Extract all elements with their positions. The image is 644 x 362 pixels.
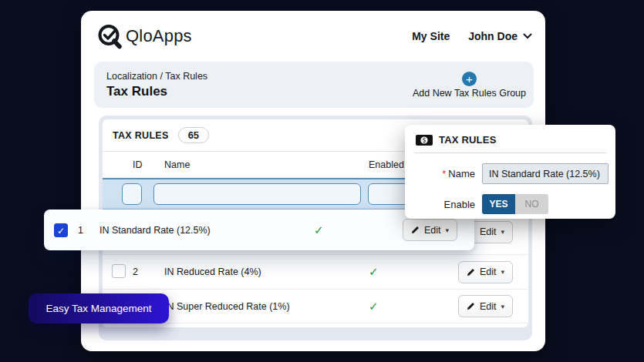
page-background: QloApps My Site John Doe Localization / …	[0, 0, 644, 362]
easy-tax-management-badge: Easy Tax Management	[29, 293, 169, 323]
page-title: Tax Rules	[106, 84, 207, 99]
plus-icon: +	[462, 72, 477, 86]
enabled-check-icon: ✓	[314, 223, 324, 236]
id-filter-input[interactable]	[122, 183, 142, 205]
banknote-icon: $	[416, 135, 433, 146]
breadcrumb: Localization / Tax Rules	[106, 71, 207, 82]
row-name: IN Reduced Rate (4%)	[163, 266, 342, 277]
caret-down-icon: ▾	[501, 228, 504, 236]
panel-title: TAX RULES	[113, 130, 169, 141]
edit-button[interactable]: Edit ▾	[403, 219, 457, 241]
no-button[interactable]: NO	[515, 194, 548, 214]
pencil-icon	[467, 268, 475, 277]
yes-button[interactable]: YES	[482, 194, 515, 214]
row-checkbox[interactable]	[112, 264, 126, 278]
app-header: QloApps My Site John Doe	[81, 11, 545, 62]
pencil-icon	[467, 302, 475, 310]
row-id: 1	[78, 225, 83, 236]
enable-label: Enable	[405, 199, 475, 210]
enabled-check-icon: ✓	[369, 265, 379, 278]
svg-text:$: $	[422, 136, 426, 143]
qloapps-logo-icon	[96, 22, 124, 50]
add-tax-rules-group-button[interactable]: + Add New Tax Rules Group	[413, 72, 526, 99]
my-site-link[interactable]: My Site	[412, 30, 450, 42]
row-checkbox-checked[interactable]: ✓	[54, 223, 68, 237]
required-asterisk: *	[442, 168, 446, 179]
row-name: IN Super Reduced Rate (1%)	[163, 301, 342, 312]
name-field-row: *Name	[405, 163, 615, 184]
caret-down-icon: ▾	[501, 268, 504, 276]
header-right: My Site John Doe	[412, 30, 532, 42]
modal-title: TAX RULES	[439, 134, 497, 146]
caret-down-icon: ▾	[501, 303, 504, 310]
edit-button[interactable]: Edit ▾	[458, 295, 513, 317]
chevron-down-icon	[523, 33, 532, 39]
name-label: *Name	[405, 168, 475, 179]
table-row: 2 IN Reduced Rate (4%) ✓ Edit ▾	[103, 254, 528, 289]
name-column-header: Name	[163, 159, 342, 170]
enable-field-row: Enable YES NO	[405, 194, 615, 214]
add-button-label: Add New Tax Rules Group	[413, 88, 526, 99]
row-name: IN Standard Rate (12.5%)	[99, 225, 287, 236]
id-column-header: ID	[129, 159, 163, 170]
divider	[414, 153, 606, 153]
edit-button[interactable]: Edit ▾	[458, 261, 513, 283]
enabled-check-icon: ✓	[369, 300, 379, 313]
page-title-bar: Localization / Tax Rules Tax Rules + Add…	[94, 62, 534, 108]
title-block: Localization / Tax Rules Tax Rules	[106, 71, 207, 99]
pencil-icon	[411, 226, 420, 234]
user-menu[interactable]: John Doe	[468, 30, 532, 42]
count-badge: 65	[178, 127, 209, 143]
brand-name: QloApps	[126, 26, 192, 46]
caret-down-icon: ▾	[445, 226, 449, 234]
row-id: 2	[129, 266, 163, 277]
user-name: John Doe	[468, 30, 518, 42]
modal-header: $ TAX RULES	[405, 125, 615, 153]
name-filter-input[interactable]	[153, 183, 361, 205]
name-input[interactable]	[482, 163, 609, 184]
tax-rules-modal: $ TAX RULES *Name Enable YES NO	[405, 125, 615, 219]
qloapps-logo: QloApps	[96, 22, 192, 50]
enable-toggle: YES NO	[482, 194, 548, 214]
